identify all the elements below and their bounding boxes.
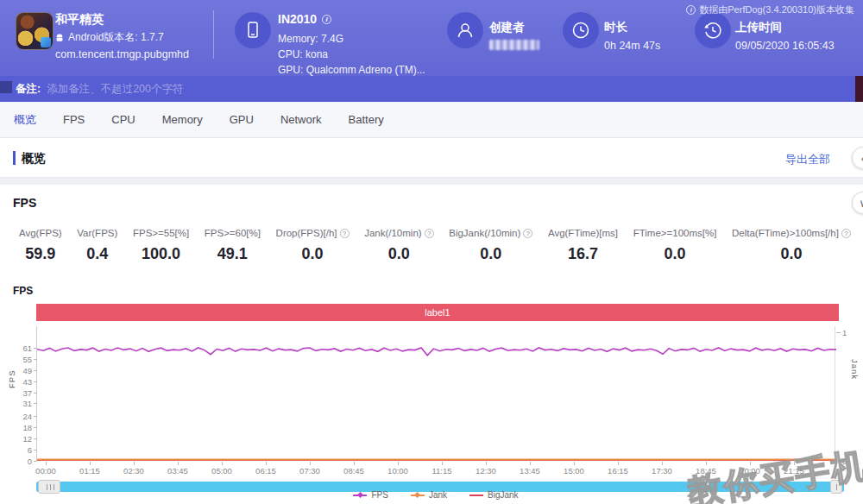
right-axis-tick (836, 332, 841, 333)
right-axis-title: Jank (850, 359, 860, 380)
x-axis-tick-label: 15:00 (555, 466, 593, 476)
y-axis-tick-label: 0 (4, 457, 32, 466)
metric-jank-10min-: Jank(/10min)?0.0 (361, 228, 437, 263)
legend-marker (411, 495, 425, 496)
metric-label: FPS>=55[%] (133, 228, 189, 238)
device-name: IN2010 i (278, 12, 331, 26)
x-axis-tick (310, 462, 311, 465)
tab-battery[interactable]: Battery (349, 113, 384, 126)
x-axis-tick (530, 462, 531, 465)
tab-概览[interactable]: 概览 (14, 112, 36, 128)
metric-var-fps-: Var(FPS)0.4 (73, 228, 121, 263)
legend-label: Jank (429, 490, 447, 500)
metric-fps-60-: FPS>=60[%]49.1 (201, 228, 264, 263)
help-icon[interactable]: ? (523, 229, 532, 238)
app-icon (16, 12, 54, 50)
device-info-icon[interactable]: i (322, 15, 331, 24)
y-axis-tick-label: 12 (4, 434, 32, 444)
metric-drop-fps-h-: Drop(FPS)[/h]?0.0 (273, 228, 353, 263)
x-axis-tick-label: 06:15 (247, 466, 285, 476)
collapse-down-button[interactable]: ∨ (852, 192, 863, 214)
tab-cpu[interactable]: CPU (111, 113, 135, 126)
note-bar[interactable]: 备注: 添加备注、不超过200个字符 (0, 76, 863, 102)
x-axis-tick-label: 16:15 (599, 466, 637, 476)
y-axis-tick (34, 461, 37, 462)
chart-annotation-band: label1 (36, 304, 839, 321)
app-icon-badge (41, 37, 51, 47)
x-axis-tick-label: 17:30 (643, 466, 681, 476)
chart-title: FPS (13, 285, 33, 297)
app-package: com.tencent.tmgp.pubgmhd (55, 48, 189, 60)
x-axis-tick-label: 01:15 (71, 466, 109, 476)
x-axis-tick (222, 462, 223, 465)
tab-network[interactable]: Network (280, 113, 322, 126)
x-axis-tick (90, 462, 91, 465)
x-axis-tick (442, 462, 443, 465)
device-gpu: GPU: Qualcomm Adreno (TM)... (278, 64, 425, 76)
help-icon[interactable]: ? (841, 229, 851, 238)
tab-memory[interactable]: Memory (162, 113, 203, 126)
x-axis-tick-label: 08:45 (335, 466, 373, 476)
legend-item-jank[interactable]: Jank (411, 490, 447, 500)
metric-ftime-100ms-: FTime>=100ms[%]0.0 (630, 228, 721, 263)
y-axis-tick-label: 61 (4, 343, 32, 353)
y-axis-tick-label: 24 (4, 412, 32, 421)
upload-time-label: 上传时间 (735, 20, 782, 35)
app-android-version: Android版本名: 1.7.7 (55, 30, 164, 45)
help-icon[interactable]: ? (425, 229, 434, 238)
x-axis-tick (46, 462, 47, 465)
x-axis-tick-label: 13:45 (511, 466, 549, 476)
metric-label: FTime>=100ms[%] (633, 228, 717, 238)
chart-series-svg (37, 326, 836, 461)
source-note-text: 数据由PerfDog(3.4.200310)版本收集 (699, 3, 854, 16)
fps-chart-plot[interactable]: 615549433731241812601000:0001:1502:3003:… (36, 326, 835, 461)
tab-bar: 概览FPSCPUMemoryGPUNetworkBattery (0, 102, 863, 138)
metric-avg-ftime-ms-: Avg(FTime)[ms]16.7 (545, 228, 621, 263)
legend-label: FPS (371, 490, 387, 500)
fps-line (37, 348, 836, 356)
metric-delta-ftime-100ms-h-: Delta(FTime)>100ms[/h]?0.0 (728, 228, 854, 263)
note-placeholder[interactable]: 添加备注、不超过200个字符 (47, 82, 183, 97)
legend-item-fps[interactable]: FPS (353, 490, 387, 500)
x-axis-tick (398, 462, 399, 465)
device-name-text: IN2010 (278, 12, 317, 26)
x-axis-tick-label: 02:30 (115, 466, 153, 476)
legend-item-bigjank[interactable]: BigJank (469, 490, 519, 500)
metric-fps-55-: FPS>=55[%]100.0 (129, 228, 192, 263)
device-cpu: CPU: kona (278, 48, 328, 60)
tab-gpu[interactable]: GPU (230, 113, 254, 126)
metric-value: 59.9 (19, 245, 62, 263)
metric-value: 100.0 (133, 245, 189, 263)
left-axis-title: FPS (7, 370, 16, 388)
source-note: i 数据由PerfDog(3.4.200310)版本收集 (686, 3, 854, 16)
perfdog-report-page: 和平精英 Android版本名: 1.7.7 com.tencent.tmgp.… (0, 0, 863, 504)
x-axis-tick-label: 10:00 (379, 466, 417, 476)
fps-panel-title: FPS (13, 196, 36, 210)
legend-marker (469, 495, 483, 496)
metric-label: Avg(FPS) (19, 228, 62, 238)
metric-value: 16.7 (548, 245, 618, 263)
tab-fps[interactable]: FPS (63, 113, 85, 126)
note-bar-corner-block (0, 81, 12, 93)
metric-value: 49.1 (205, 245, 261, 263)
overview-title: 概览 (22, 151, 46, 167)
right-axis-tick-label: 1 (842, 328, 847, 337)
android-icon (55, 33, 64, 42)
x-axis-tick-label: 03:45 (159, 466, 197, 476)
note-bar-right-block (855, 76, 863, 102)
x-axis-tick (618, 462, 619, 465)
upload-time-value: 09/05/2020 16:05:43 (735, 40, 835, 52)
help-icon[interactable]: ? (340, 229, 350, 238)
x-axis-tick (134, 462, 135, 465)
note-label: 备注: (16, 82, 41, 97)
metric-value: 0.0 (449, 245, 532, 263)
metric-value: 0.0 (633, 245, 717, 263)
collapse-left-button[interactable]: ‹ (852, 147, 863, 169)
y-axis-tick-label: 18 (4, 423, 32, 432)
export-all-link[interactable]: 导出全部 (785, 152, 830, 167)
overview-header: 概览 导出全部 ‹ (0, 138, 863, 178)
phone-icon (235, 12, 271, 48)
metric-label: BigJank(/10min) (449, 228, 520, 238)
duration-icon (563, 12, 599, 48)
metric-label: Avg(FTime)[ms] (548, 228, 618, 238)
